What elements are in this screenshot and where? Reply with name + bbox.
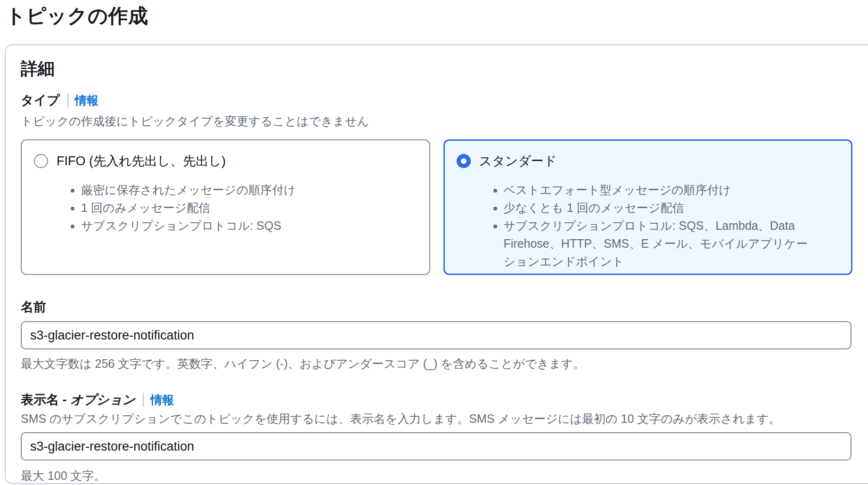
- tile-fifo-title: FIFO (先入れ先出し、先出し): [57, 153, 226, 170]
- fifo-radio-icon[interactable]: [34, 154, 48, 168]
- page-title: トピックの作成: [6, 3, 868, 29]
- tile-standard-header: スタンダード: [457, 153, 839, 170]
- topic-type-tiles: FIFO (先入れ先出し、先出し) 厳密に保存されたメッセージの順序付け 1 回…: [21, 139, 852, 275]
- type-info-link[interactable]: 情報: [75, 93, 98, 108]
- tile-standard-bullet: ベストエフォート型メッセージの順序付け: [504, 181, 839, 199]
- details-heading: 詳細: [21, 57, 868, 81]
- tile-standard-title: スタンダード: [479, 153, 557, 170]
- type-label: タイプ: [21, 92, 60, 109]
- label-divider: [67, 93, 68, 107]
- tile-standard[interactable]: スタンダード ベストエフォート型メッセージの順序付け 少なくとも 1 回のメッセ…: [443, 139, 853, 275]
- type-description: トピックの作成後にトピックタイプを変更することはできません: [21, 113, 868, 129]
- tile-fifo-bullet: 厳密に保存されたメッセージの順序付け: [81, 181, 416, 199]
- tile-fifo-bullet: サブスクリプションプロトコル: SQS: [81, 217, 416, 234]
- tile-fifo-header: FIFO (先入れ先出し、先出し): [34, 153, 416, 170]
- tile-standard-bullet: サブスクリプションプロトコル: SQS、Lambda、Data Firehose…: [504, 217, 809, 270]
- display-name-info-link[interactable]: 情報: [150, 392, 174, 408]
- display-name-description: SMS のサブスクリプションでこのトピックを使用するには、表示名を入力します。S…: [21, 411, 868, 427]
- display-name-helper-text: 最大 100 文字。: [21, 468, 868, 484]
- tile-standard-bullet: 少なくとも 1 回のメッセージ配信: [504, 199, 839, 217]
- display-name-label: 表示名 - オプション: [21, 391, 135, 408]
- optional-suffix: - オプション: [63, 393, 136, 407]
- display-name-input[interactable]: [21, 432, 852, 461]
- tile-fifo[interactable]: FIFO (先入れ先出し、先出し) 厳密に保存されたメッセージの順序付け 1 回…: [21, 139, 430, 275]
- tile-standard-bullets: ベストエフォート型メッセージの順序付け 少なくとも 1 回のメッセージ配信 サブ…: [457, 181, 839, 270]
- tile-fifo-bullets: 厳密に保存されたメッセージの順序付け 1 回のみメッセージ配信 サブスクリプショ…: [34, 181, 416, 234]
- tile-fifo-bullet: 1 回のみメッセージ配信: [81, 199, 416, 217]
- name-input[interactable]: [21, 321, 852, 349]
- details-container: 詳細 タイプ 情報 トピックの作成後にトピックタイプを変更することはできません …: [5, 44, 868, 484]
- label-divider: [143, 393, 144, 407]
- name-label: 名前: [21, 299, 868, 315]
- standard-radio-icon[interactable]: [457, 154, 471, 168]
- type-label-row: タイプ 情報: [21, 92, 868, 109]
- name-helper-text: 最大文字数は 256 文字です。英数字、ハイフン (-)、およびアンダースコア …: [21, 356, 868, 372]
- display-name-label-row: 表示名 - オプション 情報: [21, 391, 868, 408]
- display-name-label-text: 表示名: [21, 393, 59, 407]
